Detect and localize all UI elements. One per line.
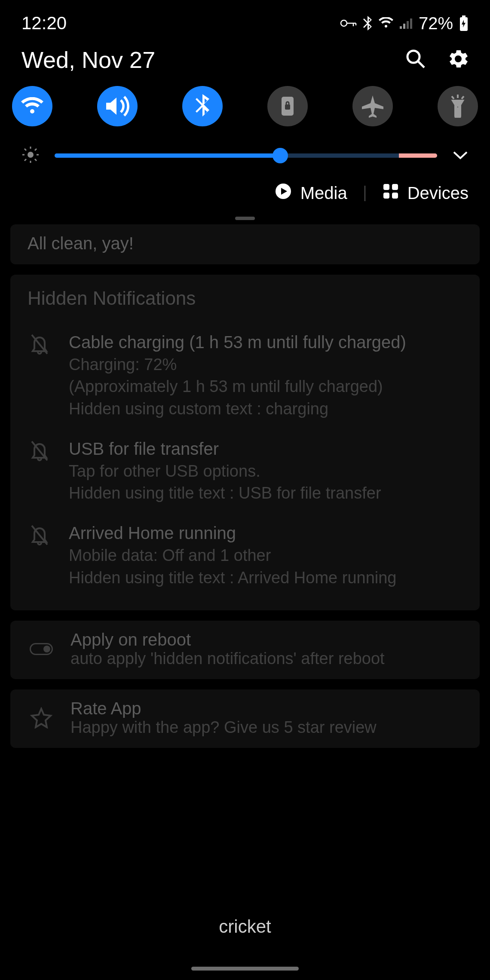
toggle-sound[interactable] (97, 86, 138, 126)
carrier-label: cricket (0, 916, 490, 937)
expand-chevron-icon[interactable] (452, 150, 469, 162)
banner-text: All clean, yay! (28, 234, 462, 253)
battery-pct: 72% (419, 14, 453, 33)
svg-rect-3 (407, 21, 409, 29)
nav-gesture-handle[interactable] (191, 967, 299, 971)
notif-line: Mobile data: Off and 1 other (69, 545, 462, 567)
search-icon[interactable] (405, 48, 426, 71)
qs-header: Wed, Nov 27 (0, 38, 490, 77)
notif-line: Charging: 72% (69, 354, 462, 376)
status-time: 12:20 (21, 13, 67, 34)
toggle-airplane[interactable] (352, 86, 393, 126)
banner-card: All clean, yay! (10, 224, 480, 264)
devices-label: Devices (407, 184, 469, 203)
svg-rect-12 (383, 184, 389, 190)
hidden-notification-item[interactable]: USB for file transfer Tap for other USB … (28, 429, 462, 513)
grid-icon (383, 183, 399, 203)
rate-sub: Happy with the app? Give us 5 star revie… (70, 718, 462, 737)
svg-point-10 (28, 152, 34, 158)
toggle-off-icon[interactable] (30, 643, 53, 655)
bell-off-icon (28, 440, 52, 462)
bell-off-icon (28, 524, 52, 546)
media-label: Media (300, 184, 347, 203)
brightness-icon (21, 146, 40, 165)
quick-toggles (0, 77, 490, 135)
notif-line: Hidden using title text : USB for file t… (69, 482, 462, 504)
hidden-heading: Hidden Notifications (28, 288, 462, 309)
qs-date[interactable]: Wed, Nov 27 (21, 46, 155, 73)
qs-subcontrols: Media Devices (0, 170, 490, 212)
svg-rect-1 (400, 26, 402, 29)
svg-rect-14 (383, 193, 389, 199)
brightness-row (0, 135, 490, 170)
apply-reboot-card[interactable]: Apply on reboot auto apply 'hidden notif… (10, 621, 480, 679)
toggle-flashlight[interactable] (438, 86, 478, 126)
status-bar: 12:20 72% (0, 0, 490, 38)
notif-line: Hidden using custom text : charging (69, 398, 462, 420)
toggle-wifi[interactable] (12, 86, 52, 126)
settings-gear-icon[interactable] (448, 49, 469, 71)
divider (364, 186, 365, 201)
hidden-notification-item[interactable]: Cable charging (1 h 53 m until fully cha… (28, 322, 462, 429)
svg-point-7 (407, 51, 420, 63)
play-circle-icon (275, 183, 292, 204)
hidden-notifications-card: Hidden Notifications Cable charging (1 h… (10, 275, 480, 610)
svg-rect-9 (285, 104, 290, 110)
devices-button[interactable]: Devices (383, 183, 469, 203)
rate-title: Rate App (70, 699, 462, 718)
notif-title: USB for file transfer (69, 437, 462, 460)
rate-app-card[interactable]: Rate App Happy with the app? Give us 5 s… (10, 689, 480, 748)
bluetooth-icon (363, 16, 372, 31)
svg-rect-13 (392, 184, 398, 190)
vpn-key-icon (340, 18, 357, 28)
brightness-slider[interactable] (55, 153, 437, 158)
svg-rect-4 (410, 18, 412, 29)
apply-reboot-title: Apply on reboot (70, 630, 462, 649)
notif-title: Cable charging (1 h 53 m until fully cha… (69, 331, 462, 354)
toggle-rotation-lock[interactable] (267, 86, 308, 126)
notif-line: Tap for other USB options. (69, 460, 462, 482)
star-icon (28, 707, 55, 729)
toggle-bluetooth[interactable] (182, 86, 223, 126)
media-button[interactable]: Media (275, 183, 347, 204)
notif-line: Hidden using title text : Arrived Home r… (69, 567, 462, 589)
bell-off-icon (28, 333, 52, 355)
battery-icon (459, 15, 469, 31)
svg-rect-15 (392, 193, 398, 199)
status-icons: 72% (340, 14, 469, 33)
notif-title: Arrived Home running (69, 521, 462, 545)
wifi-icon (378, 17, 394, 29)
hidden-notification-item[interactable]: Arrived Home running Mobile data: Off an… (28, 513, 462, 597)
svg-rect-2 (403, 24, 405, 29)
panel-drag-handle[interactable] (235, 217, 255, 220)
notif-line: (Approximately 1 h 53 m until fully char… (69, 376, 462, 398)
svg-rect-6 (462, 15, 466, 18)
svg-point-0 (341, 20, 347, 26)
apply-reboot-sub: auto apply 'hidden notifications' after … (70, 649, 462, 668)
signal-icon (400, 18, 413, 29)
